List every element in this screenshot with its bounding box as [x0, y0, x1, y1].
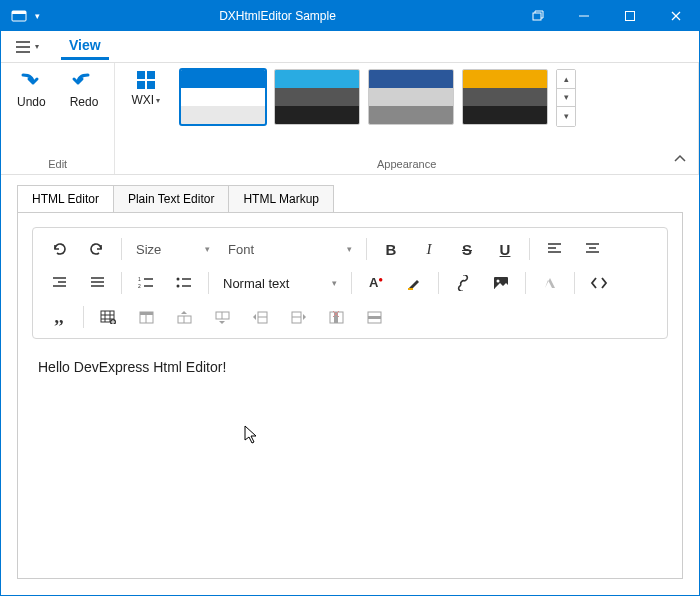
- link-button[interactable]: [445, 268, 481, 298]
- tab-html-markup[interactable]: HTML Markup: [228, 185, 334, 212]
- svg-rect-57: [368, 316, 381, 319]
- skin-wxi-button[interactable]: WXI▾: [127, 69, 164, 109]
- theme-swatch-4[interactable]: [462, 69, 548, 125]
- theme-swatch-3[interactable]: [368, 69, 454, 125]
- align-left-button[interactable]: [536, 234, 572, 264]
- editor-toolbar: Size▾ Font▾ B I S U 12 Normal text▾: [32, 227, 668, 339]
- tab-html-editor[interactable]: HTML Editor: [17, 185, 114, 212]
- ribbon-tabs: ▾ View: [1, 31, 699, 63]
- align-right-button[interactable]: [41, 268, 77, 298]
- minimize-button[interactable]: [561, 1, 607, 31]
- gallery-expand-button[interactable]: ▾: [557, 107, 575, 126]
- doc-tabs: HTML Editor Plain Text Editor HTML Marku…: [1, 175, 699, 212]
- strike-button[interactable]: S: [449, 234, 485, 264]
- theme-swatch-1[interactable]: [180, 69, 266, 125]
- ribbon: Undo Redo Edit WXI▾: [1, 63, 699, 175]
- svg-rect-4: [626, 12, 635, 21]
- insert-col-left-button[interactable]: [242, 302, 278, 332]
- size-select[interactable]: Size▾: [128, 234, 218, 264]
- bold-button[interactable]: B: [373, 234, 409, 264]
- group-label-appearance: Appearance: [127, 154, 686, 172]
- svg-text:2: 2: [138, 283, 141, 289]
- undo-label: Undo: [17, 95, 46, 109]
- insert-col-right-button[interactable]: [280, 302, 316, 332]
- paragraph-select[interactable]: Normal text▾: [215, 268, 345, 298]
- app-icon: [11, 9, 27, 23]
- titlebar: ▾ DXHtmlEditor Sample: [1, 1, 699, 31]
- font-color-button[interactable]: A●: [358, 268, 394, 298]
- editor-content[interactable]: Hello DevExpress Html Editor!: [32, 339, 668, 564]
- ribbon-collapse-button[interactable]: [673, 152, 687, 166]
- redo-label: Redo: [70, 95, 99, 109]
- italic-button[interactable]: I: [411, 234, 447, 264]
- close-button[interactable]: [653, 1, 699, 31]
- mouse-cursor-icon: [244, 425, 260, 445]
- image-button[interactable]: [483, 268, 519, 298]
- bullet-list-button[interactable]: [166, 268, 202, 298]
- svg-rect-30: [408, 288, 413, 290]
- underline-button[interactable]: U: [487, 234, 523, 264]
- insert-row-above-button[interactable]: [166, 302, 202, 332]
- window-title: DXHtmlEditor Sample: [40, 9, 515, 23]
- redo-button[interactable]: Redo: [66, 69, 103, 111]
- maximize-button[interactable]: [607, 1, 653, 31]
- ribbon-group-appearance: WXI▾ ▴ ▾ ▾ Appearance: [115, 63, 699, 174]
- undo-button[interactable]: Undo: [13, 69, 50, 111]
- ribbon-tab-view[interactable]: View: [61, 33, 109, 60]
- code-view-button[interactable]: [581, 268, 617, 298]
- theme-swatch-2[interactable]: [274, 69, 360, 125]
- svg-point-32: [497, 280, 500, 283]
- wxi-label: WXI: [131, 93, 154, 107]
- svg-point-26: [177, 278, 180, 281]
- clear-format-button[interactable]: [532, 268, 568, 298]
- app-window: ▾ DXHtmlEditor Sample ▾ View Undo Re: [0, 0, 700, 596]
- align-justify-button[interactable]: [79, 268, 115, 298]
- insert-row-below-button[interactable]: [204, 302, 240, 332]
- gallery-up-button[interactable]: ▴: [557, 70, 575, 89]
- font-select[interactable]: Font▾: [220, 234, 360, 264]
- ordered-list-button[interactable]: 12: [128, 268, 164, 298]
- svg-rect-1: [12, 11, 26, 14]
- gallery-nav: ▴ ▾ ▾: [556, 69, 576, 127]
- undo-icon[interactable]: [41, 234, 77, 264]
- group-label-edit: Edit: [13, 154, 102, 172]
- blockquote-button[interactable]: ,,: [41, 302, 77, 332]
- content-text: Hello DevExpress Html Editor!: [38, 359, 226, 375]
- insert-table-button[interactable]: [90, 302, 126, 332]
- theme-gallery: ▴ ▾ ▾: [180, 69, 576, 127]
- svg-rect-2: [533, 13, 541, 20]
- tab-plain-text[interactable]: Plain Text Editor: [113, 185, 230, 212]
- svg-text:1: 1: [138, 276, 141, 282]
- file-menu-button[interactable]: ▾: [9, 36, 45, 58]
- grid-icon: [137, 71, 155, 89]
- editor-panel: Size▾ Font▾ B I S U 12 Normal text▾: [17, 212, 683, 579]
- system-buttons: [515, 1, 699, 31]
- redo-icon[interactable]: [79, 234, 115, 264]
- svg-point-27: [177, 285, 180, 288]
- delete-col-button[interactable]: [318, 302, 354, 332]
- highlight-button[interactable]: [396, 268, 432, 298]
- ribbon-group-edit: Undo Redo Edit: [1, 63, 115, 174]
- table-header-button[interactable]: [128, 302, 164, 332]
- delete-row-button[interactable]: [356, 302, 392, 332]
- gallery-down-button[interactable]: ▾: [557, 89, 575, 108]
- align-center-button[interactable]: [574, 234, 610, 264]
- restore-skin-button[interactable]: [515, 1, 561, 31]
